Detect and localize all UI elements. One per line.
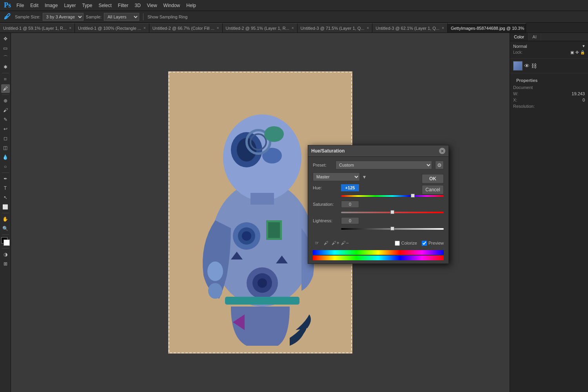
magic-wand-tool[interactable]: ✱ [1, 63, 10, 71]
x-value: 0 [583, 98, 585, 102]
tab-2-label: Untitled-2 @ 66.7% (Color Fill ... [152, 26, 214, 31]
menu-bar: Ps File Edit Image Layer Type Select Fil… [0, 0, 588, 11]
tab-4-close[interactable]: × [367, 26, 369, 30]
lock-position-icon[interactable]: ✜ [575, 50, 579, 54]
pen-tool[interactable]: ✒ [1, 174, 10, 183]
text-tool[interactable]: T [1, 184, 10, 192]
marquee-tool[interactable]: ▭ [1, 44, 10, 53]
x-label: X: [513, 98, 517, 102]
finger-tool-btn[interactable]: ☞ [313, 239, 321, 247]
sample-select[interactable]: All Layers Current Layer [104, 13, 139, 21]
tool-divider-5 [2, 234, 9, 235]
svg-rect-16 [225, 297, 299, 305]
right-panel: Color AI Normal ▾ Lock: ▣ ✜ 🔒 👁 [510, 33, 588, 392]
menu-select[interactable]: Select [95, 1, 114, 10]
channel-arrow[interactable]: ▾ [363, 174, 366, 180]
tab-1-close[interactable]: × [143, 26, 146, 30]
crop-tool[interactable]: ⌗ [1, 75, 10, 83]
preset-select[interactable]: Custom Default Cyanotype Increase Satura… [336, 161, 432, 169]
preset-gear-button[interactable]: ⚙ [435, 161, 444, 169]
adjustments-tab[interactable]: AI [528, 33, 541, 41]
svg-point-18 [208, 283, 222, 299]
path-select-tool[interactable]: ↖ [1, 193, 10, 202]
dodge-tool[interactable]: ○ [1, 162, 10, 171]
channel-select[interactable]: Master Reds Yellows Greens Cyans Blues M… [313, 172, 360, 181]
width-value: 19.243 [572, 91, 585, 96]
blur-tool[interactable]: 💧 [1, 153, 10, 162]
tab-0-close[interactable]: × [69, 26, 71, 30]
gradient-tool[interactable]: ◫ [1, 143, 10, 152]
lock-all-icon[interactable]: 🔒 [580, 50, 585, 54]
saturation-slider-container [341, 210, 444, 215]
tab-6[interactable]: GettyImages-858744688.jpg @ 10.3% (RGB/8… [448, 23, 526, 33]
menu-layer[interactable]: Layer [61, 1, 79, 10]
color-tab[interactable]: Color [510, 33, 528, 41]
ok-button[interactable]: OK [422, 174, 444, 183]
tool-divider-4 [2, 213, 9, 213]
tab-0[interactable]: Untitled-1 @ 59.1% (Layer 1, R... × [0, 23, 75, 33]
dialog-tools: ☞ 🖋 🖋+ 🖋− [313, 239, 349, 247]
hue-thumb[interactable] [411, 194, 415, 198]
zoom-tool[interactable]: 🔍 [1, 224, 10, 233]
color-swatches[interactable] [1, 237, 10, 246]
move-tool[interactable]: ✥ [1, 34, 10, 43]
healing-tool[interactable]: ⊕ [1, 96, 10, 105]
brush-tool[interactable]: 🖌 [1, 106, 10, 114]
history-brush-tool[interactable]: ↩ [1, 125, 10, 133]
quick-mask-tool[interactable]: ◑ [1, 250, 10, 259]
dialog-close-button[interactable]: ✕ [439, 148, 445, 154]
eyedropper-plus-btn[interactable]: 🖋+ [332, 239, 339, 247]
lock-pixels-icon[interactable]: ▣ [570, 50, 574, 54]
dialog-buttons: OK Cancel [422, 174, 444, 194]
menu-type[interactable]: Type [79, 1, 95, 10]
colorize-checkbox[interactable] [395, 241, 400, 246]
clone-tool[interactable]: ✎ [1, 115, 10, 124]
hue-saturation-dialog: Hue/Saturation ✕ Preset: Custom Default … [308, 145, 449, 264]
panel-tabs: Color AI [510, 33, 588, 41]
tab-5-close[interactable]: × [442, 26, 444, 30]
tab-1[interactable]: Untitled-1 @ 100% (Rectangle ... × [75, 23, 149, 33]
eraser-tool[interactable]: ◻ [1, 134, 10, 143]
menu-edit[interactable]: Edit [27, 1, 42, 10]
hand-tool[interactable]: ✋ [1, 215, 10, 223]
menu-filter[interactable]: Filter [115, 1, 132, 10]
shape-tool[interactable]: ⬜ [1, 203, 10, 211]
background-color[interactable] [4, 240, 10, 246]
menu-3d[interactable]: 3D [131, 1, 143, 10]
colorize-checkbox-label[interactable]: Colorize [395, 241, 417, 246]
preview-checkbox-label[interactable]: Preview [422, 241, 444, 246]
doc-label: Document [513, 85, 533, 90]
tab-2-close[interactable]: × [217, 26, 219, 30]
bottom-color-bar [313, 256, 444, 260]
sample-size-select[interactable]: 3 by 3 Average Point Sample 5 by 5 Avera… [43, 13, 83, 21]
saturation-value-input[interactable] [341, 201, 359, 208]
eye-icon[interactable]: 👁 [524, 63, 530, 69]
menu-view[interactable]: View [144, 1, 160, 10]
preview-checkbox[interactable] [422, 241, 427, 246]
tab-3-close[interactable]: × [292, 26, 294, 30]
properties-section: Properties Document W: 19.243 X: 0 Resol… [510, 73, 588, 113]
eyedropper-minus-btn[interactable]: 🖋− [341, 239, 349, 247]
menu-window[interactable]: Window [160, 1, 183, 10]
menu-help[interactable]: Help [183, 1, 199, 10]
tab-6-label: GettyImages-858744688.jpg @ 10.3% (RGB/8… [451, 26, 526, 31]
menu-file[interactable]: File [13, 1, 27, 10]
menu-image[interactable]: Image [42, 1, 61, 10]
options-toolbar: 🖋 Sample Size: 3 by 3 Average Point Samp… [0, 11, 588, 23]
svg-rect-9 [250, 193, 274, 205]
lightness-row: Lightness: [313, 217, 444, 224]
saturation-thumb[interactable] [390, 210, 394, 214]
tab-5[interactable]: Untitled-3 @ 62.1% (Layer 1, Q... × [372, 23, 448, 33]
tab-3[interactable]: Untitled-2 @ 95.1% (Layer 1, R... × [223, 23, 298, 33]
cancel-button[interactable]: Cancel [422, 185, 444, 194]
eyedropper-tool[interactable]: 🖋 [1, 84, 10, 93]
screen-mode-tool[interactable]: ⊞ [1, 260, 10, 268]
lightness-value-input[interactable] [341, 217, 359, 224]
lightness-thumb[interactable] [390, 227, 394, 230]
tab-2[interactable]: Untitled-2 @ 66.7% (Color Fill ... × [149, 23, 223, 33]
eyedropper-tool-btn[interactable]: 🖋 [322, 239, 330, 247]
chain-icon[interactable]: ⛓ [531, 63, 537, 69]
hue-value-input[interactable] [341, 184, 359, 191]
tab-4[interactable]: Untitled-3 @ 71.5% (Layer 1, Q... × [298, 23, 373, 33]
lasso-tool[interactable]: ⌒ [1, 53, 10, 62]
